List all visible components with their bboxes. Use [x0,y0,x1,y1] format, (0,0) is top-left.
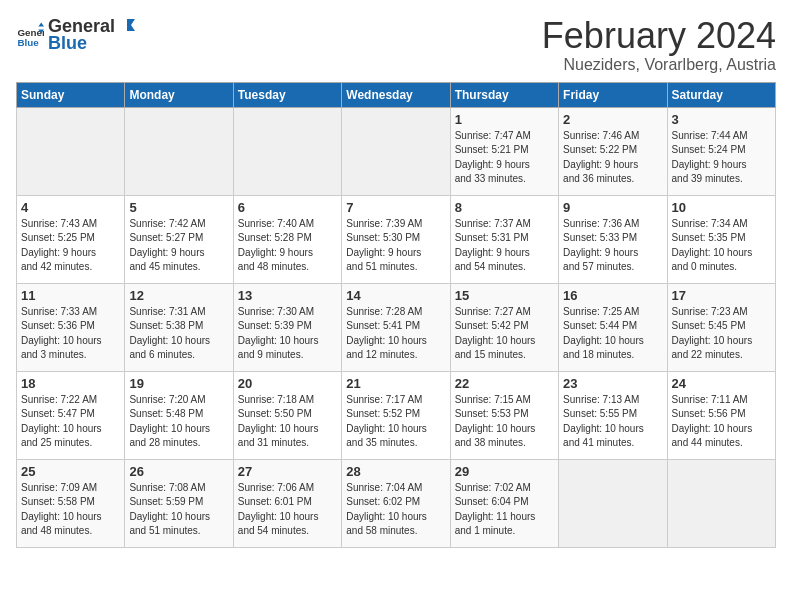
day-info: Sunrise: 7:22 AM Sunset: 5:47 PM Dayligh… [21,393,120,451]
day-info: Sunrise: 7:37 AM Sunset: 5:31 PM Dayligh… [455,217,554,275]
day-number: 2 [563,112,662,127]
calendar-week-2: 4Sunrise: 7:43 AM Sunset: 5:25 PM Daylig… [17,195,776,283]
logo: General Blue General Blue [16,16,137,54]
calendar-cell: 19Sunrise: 7:20 AM Sunset: 5:48 PM Dayli… [125,371,233,459]
calendar-cell [667,459,775,547]
day-info: Sunrise: 7:30 AM Sunset: 5:39 PM Dayligh… [238,305,337,363]
day-info: Sunrise: 7:39 AM Sunset: 5:30 PM Dayligh… [346,217,445,275]
calendar-cell: 16Sunrise: 7:25 AM Sunset: 5:44 PM Dayli… [559,283,667,371]
day-number: 6 [238,200,337,215]
calendar-cell: 1Sunrise: 7:47 AM Sunset: 5:21 PM Daylig… [450,107,558,195]
calendar-cell: 18Sunrise: 7:22 AM Sunset: 5:47 PM Dayli… [17,371,125,459]
day-header-tuesday: Tuesday [233,82,341,107]
calendar-week-1: 1Sunrise: 7:47 AM Sunset: 5:21 PM Daylig… [17,107,776,195]
day-info: Sunrise: 7:23 AM Sunset: 5:45 PM Dayligh… [672,305,771,363]
day-info: Sunrise: 7:47 AM Sunset: 5:21 PM Dayligh… [455,129,554,187]
calendar-cell: 3Sunrise: 7:44 AM Sunset: 5:24 PM Daylig… [667,107,775,195]
day-number: 26 [129,464,228,479]
calendar-cell: 2Sunrise: 7:46 AM Sunset: 5:22 PM Daylig… [559,107,667,195]
calendar-cell: 5Sunrise: 7:42 AM Sunset: 5:27 PM Daylig… [125,195,233,283]
day-number: 17 [672,288,771,303]
day-header-monday: Monday [125,82,233,107]
day-number: 29 [455,464,554,479]
day-number: 24 [672,376,771,391]
day-info: Sunrise: 7:11 AM Sunset: 5:56 PM Dayligh… [672,393,771,451]
day-info: Sunrise: 7:08 AM Sunset: 5:59 PM Dayligh… [129,481,228,539]
day-info: Sunrise: 7:31 AM Sunset: 5:38 PM Dayligh… [129,305,228,363]
day-header-saturday: Saturday [667,82,775,107]
title-block: February 2024 Nueziders, Vorarlberg, Aus… [542,16,776,74]
calendar-cell: 11Sunrise: 7:33 AM Sunset: 5:36 PM Dayli… [17,283,125,371]
day-number: 14 [346,288,445,303]
day-info: Sunrise: 7:25 AM Sunset: 5:44 PM Dayligh… [563,305,662,363]
day-header-thursday: Thursday [450,82,558,107]
calendar-cell: 9Sunrise: 7:36 AM Sunset: 5:33 PM Daylig… [559,195,667,283]
calendar-cell [342,107,450,195]
logo-flag-icon [117,17,137,37]
day-header-wednesday: Wednesday [342,82,450,107]
day-info: Sunrise: 7:46 AM Sunset: 5:22 PM Dayligh… [563,129,662,187]
calendar-cell: 27Sunrise: 7:06 AM Sunset: 6:01 PM Dayli… [233,459,341,547]
day-number: 18 [21,376,120,391]
day-number: 20 [238,376,337,391]
day-number: 1 [455,112,554,127]
month-title: February 2024 [542,16,776,56]
calendar-cell: 23Sunrise: 7:13 AM Sunset: 5:55 PM Dayli… [559,371,667,459]
calendar-cell: 22Sunrise: 7:15 AM Sunset: 5:53 PM Dayli… [450,371,558,459]
day-number: 4 [21,200,120,215]
day-number: 12 [129,288,228,303]
day-number: 8 [455,200,554,215]
calendar-week-4: 18Sunrise: 7:22 AM Sunset: 5:47 PM Dayli… [17,371,776,459]
day-info: Sunrise: 7:28 AM Sunset: 5:41 PM Dayligh… [346,305,445,363]
day-number: 15 [455,288,554,303]
day-info: Sunrise: 7:09 AM Sunset: 5:58 PM Dayligh… [21,481,120,539]
day-info: Sunrise: 7:44 AM Sunset: 5:24 PM Dayligh… [672,129,771,187]
calendar-cell [233,107,341,195]
calendar-cell: 29Sunrise: 7:02 AM Sunset: 6:04 PM Dayli… [450,459,558,547]
day-info: Sunrise: 7:40 AM Sunset: 5:28 PM Dayligh… [238,217,337,275]
calendar-cell [559,459,667,547]
day-info: Sunrise: 7:42 AM Sunset: 5:27 PM Dayligh… [129,217,228,275]
day-number: 19 [129,376,228,391]
calendar-cell: 6Sunrise: 7:40 AM Sunset: 5:28 PM Daylig… [233,195,341,283]
day-number: 10 [672,200,771,215]
calendar-cell: 26Sunrise: 7:08 AM Sunset: 5:59 PM Dayli… [125,459,233,547]
day-info: Sunrise: 7:15 AM Sunset: 5:53 PM Dayligh… [455,393,554,451]
day-info: Sunrise: 7:36 AM Sunset: 5:33 PM Dayligh… [563,217,662,275]
calendar-header-row: SundayMondayTuesdayWednesdayThursdayFrid… [17,82,776,107]
calendar-cell: 8Sunrise: 7:37 AM Sunset: 5:31 PM Daylig… [450,195,558,283]
svg-text:Blue: Blue [17,37,39,48]
day-info: Sunrise: 7:04 AM Sunset: 6:02 PM Dayligh… [346,481,445,539]
day-number: 13 [238,288,337,303]
day-info: Sunrise: 7:02 AM Sunset: 6:04 PM Dayligh… [455,481,554,539]
page-header: General Blue General Blue February 2024 … [16,16,776,74]
day-header-sunday: Sunday [17,82,125,107]
day-info: Sunrise: 7:18 AM Sunset: 5:50 PM Dayligh… [238,393,337,451]
svg-marker-4 [127,19,135,31]
day-number: 23 [563,376,662,391]
day-number: 21 [346,376,445,391]
day-header-friday: Friday [559,82,667,107]
day-number: 27 [238,464,337,479]
day-info: Sunrise: 7:27 AM Sunset: 5:42 PM Dayligh… [455,305,554,363]
calendar-cell: 10Sunrise: 7:34 AM Sunset: 5:35 PM Dayli… [667,195,775,283]
calendar-cell: 17Sunrise: 7:23 AM Sunset: 5:45 PM Dayli… [667,283,775,371]
logo-icon: General Blue [16,21,44,49]
calendar-table: SundayMondayTuesdayWednesdayThursdayFrid… [16,82,776,548]
location-title: Nueziders, Vorarlberg, Austria [542,56,776,74]
calendar-cell: 25Sunrise: 7:09 AM Sunset: 5:58 PM Dayli… [17,459,125,547]
day-number: 22 [455,376,554,391]
calendar-cell [17,107,125,195]
calendar-cell: 28Sunrise: 7:04 AM Sunset: 6:02 PM Dayli… [342,459,450,547]
calendar-cell: 24Sunrise: 7:11 AM Sunset: 5:56 PM Dayli… [667,371,775,459]
day-info: Sunrise: 7:13 AM Sunset: 5:55 PM Dayligh… [563,393,662,451]
calendar-cell: 7Sunrise: 7:39 AM Sunset: 5:30 PM Daylig… [342,195,450,283]
day-number: 9 [563,200,662,215]
calendar-cell: 14Sunrise: 7:28 AM Sunset: 5:41 PM Dayli… [342,283,450,371]
day-info: Sunrise: 7:33 AM Sunset: 5:36 PM Dayligh… [21,305,120,363]
day-info: Sunrise: 7:17 AM Sunset: 5:52 PM Dayligh… [346,393,445,451]
calendar-cell: 15Sunrise: 7:27 AM Sunset: 5:42 PM Dayli… [450,283,558,371]
calendar-week-5: 25Sunrise: 7:09 AM Sunset: 5:58 PM Dayli… [17,459,776,547]
calendar-cell: 4Sunrise: 7:43 AM Sunset: 5:25 PM Daylig… [17,195,125,283]
day-number: 28 [346,464,445,479]
